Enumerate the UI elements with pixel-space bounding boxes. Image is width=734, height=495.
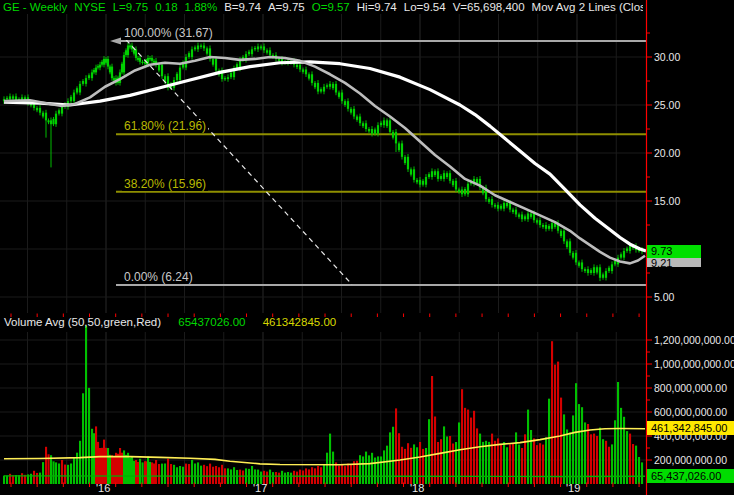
candle-body [509,203,511,210]
volume-bar [554,365,556,484]
volume-bar [290,473,292,484]
volume-bar [203,465,205,484]
volume-bar [638,457,640,484]
candle-body [127,45,129,55]
volume-bar [377,456,379,484]
volume-bar [641,462,643,484]
fib-label-61-8[interactable]: 61.80% (21.96) [122,120,208,133]
volume-bar [296,472,298,484]
candle-body [407,157,409,169]
candle-body [227,77,229,79]
candle-body [512,210,514,212]
candle-body [314,83,316,87]
volume-bar [539,443,541,484]
volume-bar [365,452,367,484]
candle-body [488,199,490,202]
candle-body [428,174,430,177]
candle-body [602,274,604,277]
candle-body [269,50,271,55]
volume-bar [521,448,523,484]
candle-body [368,129,370,131]
candle-body [365,123,367,129]
candle-body [377,125,379,134]
volume-bar [617,382,619,484]
volume-bar [82,393,84,484]
volume-bar [599,428,601,484]
volume-bar [58,463,60,484]
candle-body [506,203,508,206]
candle-body [137,58,139,60]
fib-label-100[interactable]: 100.00% (31.67) [122,27,215,40]
candle-body [139,58,141,62]
volume-bar [614,420,616,484]
candle-body [101,62,103,65]
candle-body [73,93,75,102]
candle-body [518,214,520,216]
candle-body [9,96,11,99]
candle-body [434,171,436,175]
candle-body [260,46,262,48]
volume-bar [61,460,63,484]
candle-body [560,231,562,236]
candle-body [467,184,469,195]
volume-bar [70,463,72,484]
candle-body [141,62,143,63]
volume-bar [440,439,442,484]
price-volume-chart-canvas[interactable] [0,0,734,495]
candle-body [88,75,90,78]
volume-bar [147,456,149,484]
candle-body [251,49,253,54]
candle-body [464,189,466,194]
year-label: '17 [253,482,267,494]
volume-bar [362,456,364,484]
candle-body [329,84,331,87]
candle-body [332,84,334,88]
volume-bar [153,463,155,484]
volume-bar [563,414,565,484]
candle-body [491,199,493,205]
volume-bar [383,450,385,484]
candle-body [111,67,113,79]
volume-bar [401,447,403,484]
trendline[interactable] [126,40,352,285]
candle-body [563,231,565,242]
volume-bar [191,460,193,484]
candle-body [299,65,301,70]
volume-bar [581,407,583,484]
candle-body [380,123,382,125]
candle-body [107,59,109,67]
candle-body [431,171,433,177]
volume-bar [326,453,328,484]
volume-bar [129,458,131,484]
fib-label-38-2[interactable]: 38.20% (15.96) [122,178,208,191]
volume-bar [347,464,349,484]
volume-bar [67,465,69,484]
candle-body [153,61,155,63]
candle-body [455,181,457,190]
volume-avg-red-marker: 461,342,845.00 [647,421,734,435]
candle-body [93,70,95,72]
candle-body [590,270,592,273]
volume-bar [125,455,127,484]
volume-indicator-title: Volume Avg (50,50,green,Red) [4,316,161,328]
fib-label-0[interactable]: 0.00% (6.24) [122,271,195,284]
candle-body [125,50,127,55]
volume-bar [200,466,202,484]
volume-bar [602,439,604,484]
volume-bar [359,455,361,484]
candle-body [85,78,87,84]
volume-bar [542,445,544,484]
year-label: '16 [96,482,110,494]
volume-bar [371,453,373,484]
candle-body [39,108,41,113]
candle-body [425,177,427,185]
candle-body [515,210,517,215]
candle-body [587,269,589,273]
candle-body [629,246,631,251]
volume-bar [428,419,430,484]
candle-body [422,181,424,185]
candle-body [359,117,361,124]
volume-bar [611,444,613,484]
candle-body [500,206,502,209]
volume-bar [206,466,208,484]
